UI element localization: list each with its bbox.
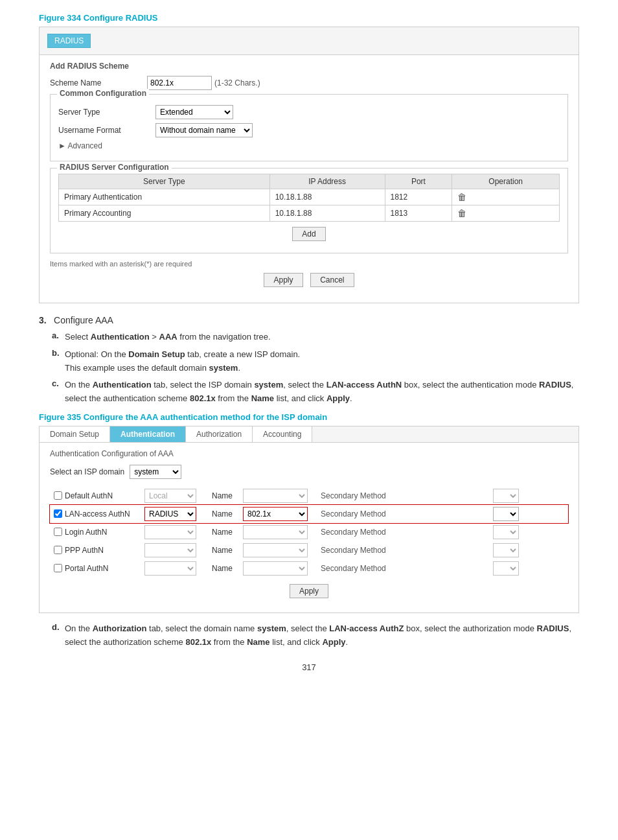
login-method-select[interactable] [144, 525, 196, 539]
portal-secondary-select-cell [489, 559, 568, 578]
col-ip: IP Address [269, 174, 385, 189]
cancel-button[interactable]: Cancel [310, 273, 354, 287]
login-scheme-select[interactable] [243, 525, 308, 539]
row2-ip: 10.18.1.88 [269, 205, 385, 222]
lan-check-cell: LAN-access AuthN [50, 505, 141, 523]
col-port: Port [385, 174, 452, 189]
login-secondary-cell: Secondary Method [317, 523, 489, 541]
default-name-label: Name [212, 491, 233, 500]
lan-method-select[interactable]: RADIUS [144, 507, 196, 521]
step-a-content: Select Authentication > AAA from the nav… [65, 331, 271, 344]
lan-secondary-select[interactable] [493, 507, 519, 521]
scheme-name-label: Scheme Name [50, 78, 147, 88]
col-server-type: Server Type [59, 174, 270, 189]
default-secondary-label: Secondary Method [321, 491, 386, 500]
step-c-content: On the Authentication tab, select the IS… [65, 379, 579, 406]
login-name-label: Name [212, 528, 233, 537]
auth-row-login: Login AuthN Name [50, 523, 568, 541]
lan-scheme-cell: 802.1x [239, 505, 317, 523]
ppp-name-cell: Name [205, 541, 239, 559]
portal-authn-checkbox[interactable] [54, 564, 62, 572]
step-a-letter: a. [52, 331, 65, 344]
ppp-authn-checkbox[interactable] [54, 546, 62, 554]
portal-method-select[interactable] [144, 561, 196, 576]
tab-authorization[interactable]: Authorization [186, 426, 253, 442]
common-config-legend: Common Configuration [57, 89, 149, 98]
apply-button[interactable]: Apply [264, 273, 303, 287]
lan-secondary-select-cell [489, 505, 568, 523]
row2-op: 🗑 [452, 205, 560, 222]
login-scheme-cell [239, 523, 317, 541]
login-secondary-select-cell [489, 523, 568, 541]
server-type-select[interactable]: Extended [155, 105, 233, 119]
isp-domain-select[interactable]: system [130, 465, 181, 479]
aaa-tabs: Domain Setup Authentication Authorizatio… [40, 426, 578, 443]
step-b-letter: b. [52, 348, 65, 375]
portal-name-label: Name [212, 564, 233, 573]
default-method-select[interactable]: Local [144, 489, 196, 503]
delete-icon[interactable]: 🗑 [457, 192, 466, 202]
default-scheme-select[interactable] [243, 489, 308, 503]
step3-number: 3. [39, 315, 51, 325]
tab-accounting[interactable]: Accounting [253, 426, 312, 442]
scheme-name-input[interactable] [147, 76, 212, 90]
isp-domain-label: Select an ISP domain [50, 467, 124, 476]
lan-method-cell: RADIUS [141, 505, 205, 523]
scheme-name-hint: (1-32 Chars.) [214, 78, 260, 88]
tab-authentication[interactable]: Authentication [110, 426, 186, 442]
delete-icon[interactable]: 🗑 [457, 208, 466, 218]
default-check-cell: Default AuthN [50, 487, 141, 505]
ppp-authn-label: PPP AuthN [65, 546, 104, 555]
login-secondary-label: Secondary Method [321, 528, 386, 537]
default-authn-label: Default AuthN [65, 491, 113, 500]
portal-secondary-select[interactable] [493, 561, 519, 576]
radius-tab[interactable]: RADIUS [47, 34, 91, 48]
figure334-section: Figure 334 Configure RADIUS RADIUS Add R… [39, 13, 579, 303]
default-secondary-select[interactable] [493, 489, 519, 503]
aaa-apply-button[interactable]: Apply [290, 584, 328, 598]
portal-scheme-select[interactable] [243, 561, 308, 576]
lan-secondary-label: Secondary Method [321, 509, 386, 519]
step-b: b. Optional: On the Domain Setup tab, cr… [52, 348, 579, 375]
login-authn-label: Login AuthN [65, 528, 107, 537]
aaa-section-title: Authentication Configuration of AAA [50, 449, 568, 458]
add-server-button[interactable]: Add [292, 227, 325, 241]
portal-check-cell: Portal AuthN [50, 559, 141, 578]
tab-domain-setup[interactable]: Domain Setup [40, 426, 110, 442]
lan-scheme-select[interactable]: 802.1x [243, 507, 308, 521]
ppp-scheme-select[interactable] [243, 543, 308, 557]
step-a: a. Select Authentication > AAA from the … [52, 331, 579, 344]
default-name-cell: Name [205, 487, 239, 505]
login-authn-checkbox[interactable] [54, 528, 62, 536]
advanced-toggle[interactable]: ► Advanced [58, 141, 102, 150]
step3-section: 3. Configure AAA a. Select Authenticatio… [39, 315, 579, 406]
portal-method-cell [141, 559, 205, 578]
lan-authn-checkbox[interactable] [54, 509, 62, 518]
col-operation: Operation [452, 174, 560, 189]
username-format-select[interactable]: Without domain name [155, 123, 253, 137]
step-d-letter: d. [52, 622, 65, 649]
auth-row-portal: Portal AuthN Name [50, 559, 568, 578]
auth-row-ppp: PPP AuthN Name [50, 541, 568, 559]
row1-type: Primary Authentication [59, 189, 270, 205]
login-method-cell [141, 523, 205, 541]
radius-panel: RADIUS Add RADIUS Scheme Scheme Name (1-… [39, 27, 579, 303]
auth-table: Default AuthN Local Name [50, 487, 568, 578]
figure334-title: Figure 334 Configure RADIUS [39, 13, 579, 23]
advanced-row: ► Advanced [58, 141, 560, 150]
step-d-content: On the Authorization tab, select the dom… [65, 622, 579, 649]
add-scheme-label: Add RADIUS Scheme [50, 62, 568, 71]
isp-domain-row: Select an ISP domain system [50, 465, 568, 479]
login-secondary-select[interactable] [493, 525, 519, 539]
login-check-cell: Login AuthN [50, 523, 141, 541]
step-b-content: Optional: On the Domain Setup tab, creat… [65, 348, 300, 375]
ppp-secondary-select[interactable] [493, 543, 519, 557]
row2-type: Primary Accounting [59, 205, 270, 222]
auth-row-default: Default AuthN Local Name [50, 487, 568, 505]
portal-secondary-label: Secondary Method [321, 564, 386, 573]
server-type-row: Server Type Extended [58, 105, 560, 119]
default-method-cell: Local [141, 487, 205, 505]
table-row: Primary Authentication 10.18.1.88 1812 🗑 [59, 189, 560, 205]
ppp-method-select[interactable] [144, 543, 196, 557]
default-authn-checkbox[interactable] [54, 491, 62, 500]
